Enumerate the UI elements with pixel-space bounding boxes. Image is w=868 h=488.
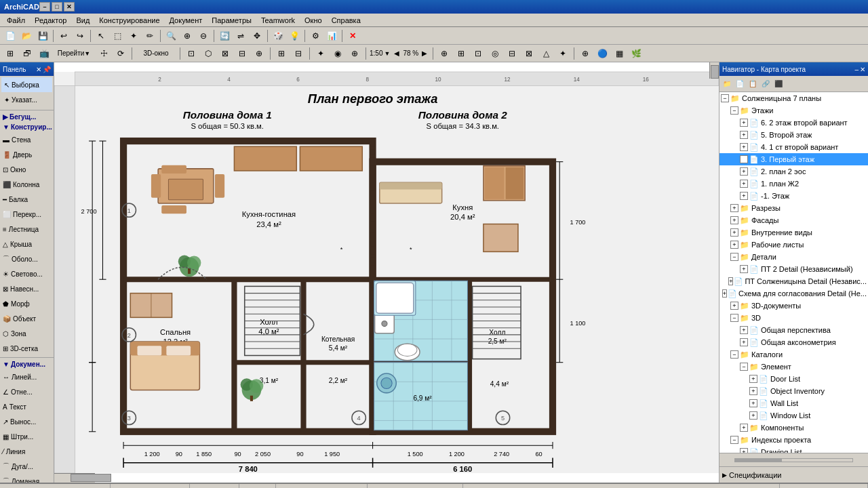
panel-item-leader[interactable]: ↗ Вынос... (0, 414, 54, 429)
tree-expand-btn[interactable]: − (730, 106, 738, 115)
panel-item-stair[interactable]: ≡ Лестница (0, 222, 54, 237)
tb-misc5[interactable]: ⊕ (252, 46, 267, 61)
tree-expand-btn[interactable]: + (740, 167, 748, 176)
panel-item-selection[interactable]: ↖ Выборка (1, 77, 52, 92)
tb2-misc9[interactable]: ⊕ (578, 46, 593, 61)
close-x[interactable]: ✕ (345, 28, 360, 43)
zoom-fit[interactable]: ⊕ (180, 28, 195, 43)
tree-item[interactable]: −📁Каталоги (719, 348, 868, 361)
magic-wand[interactable]: ✦ (126, 28, 141, 43)
marquee-button[interactable]: ⬚ (110, 28, 125, 43)
tree-item[interactable]: −📁Солженицына 7 планы (719, 92, 868, 104)
tree-expand-btn[interactable]: + (740, 131, 748, 139)
tree-expand-btn[interactable]: − (721, 94, 729, 102)
panel-item-arc[interactable]: ⌒ Дуга/... (0, 459, 54, 474)
tb-misc3[interactable]: ⊠ (218, 46, 233, 61)
tb2-misc8[interactable]: ✦ (555, 46, 570, 61)
tree-expand-btn[interactable]: + (740, 338, 748, 346)
settings-button[interactable]: ⚙ (308, 28, 323, 43)
tree-expand-btn[interactable]: + (740, 143, 748, 151)
zoom-out[interactable]: ⊖ (196, 28, 211, 43)
tb2-btn3[interactable]: ⊕ (347, 46, 362, 61)
tree-item[interactable]: +📄Object Inventory (719, 385, 868, 397)
panel-item-line[interactable]: ⁄ Линия (0, 444, 54, 459)
tb2-btn2[interactable]: ◉ (330, 46, 345, 61)
h-scroll-thumb[interactable] (71, 474, 111, 482)
tree-item[interactable]: −📁Элемент (719, 361, 868, 373)
tree-item[interactable]: +📁Внутренние виды (719, 226, 868, 239)
tree-expand-btn[interactable]: + (740, 448, 748, 453)
tb2-btn1[interactable]: ✦ (313, 46, 328, 61)
tree-expand-btn[interactable]: − (730, 350, 738, 359)
tree-expand-btn[interactable]: + (730, 216, 738, 224)
orbit-btn[interactable]: ⟳ (113, 46, 128, 61)
tree-item[interactable]: +📄Window List (719, 409, 868, 422)
tree-expand-btn[interactable]: + (749, 387, 757, 395)
snap-btn[interactable]: ⊞ (274, 46, 289, 61)
tree-expand-btn[interactable]: + (740, 155, 748, 163)
view-btn1[interactable]: ⊞ (3, 46, 18, 61)
panel-item-linear[interactable]: ↔ Линей... (0, 369, 54, 384)
tree-expand-btn[interactable]: + (740, 180, 748, 188)
nav-minimize-btn[interactable]: – (854, 66, 859, 73)
move-button[interactable]: ✥ (250, 28, 264, 43)
nav-scroll-thumb-h[interactable] (735, 459, 782, 462)
nav-scrollbar-h[interactable] (734, 458, 853, 462)
tree-item[interactable]: +📁3D-документы (719, 300, 868, 312)
nav-tb-btn2[interactable]: 📄 (734, 78, 746, 90)
pen-button[interactable]: ✏ (142, 28, 157, 43)
view-btn2[interactable]: 🗗 (20, 46, 35, 61)
new-button[interactable]: 📄 (3, 28, 18, 43)
panel-cat-construct[interactable]: ▼ Конструир... (0, 122, 54, 132)
redo-button[interactable]: ↪ (73, 28, 87, 43)
navigator-tree[interactable]: −📁Солженицына 7 планы−📁Этажи+📄6. 2 этаж … (719, 92, 868, 453)
menu-item-документ[interactable]: Документ (165, 15, 207, 26)
tree-item[interactable]: +📁Компоненты (719, 422, 868, 434)
nav-tb-btn1[interactable]: 📁 (721, 78, 733, 90)
scale-dropdown[interactable]: ▼ (384, 50, 390, 57)
panel-item-floor[interactable]: ⬜ Перекр... (0, 207, 54, 222)
panel-item-wall[interactable]: ▬ Стена (0, 132, 54, 147)
tree-expand-btn[interactable]: + (728, 277, 733, 285)
panel-cat-running[interactable]: ▶ Бегущ... (0, 112, 54, 122)
tb2-misc2[interactable]: ⊞ (454, 46, 469, 61)
tree-item[interactable]: +📄Door List (719, 373, 868, 385)
tree-item[interactable]: −📁Детали (719, 251, 868, 263)
panel-cat-doc[interactable]: ▼ Докумен... (0, 359, 54, 369)
tree-expand-btn[interactable]: + (740, 265, 748, 273)
v-scrollbar[interactable] (709, 62, 719, 79)
tree-item[interactable]: +📁Разрезы (719, 202, 868, 214)
render-button[interactable]: 💡 (287, 28, 302, 43)
tb2-misc11[interactable]: ▦ (612, 46, 627, 61)
pan-btn[interactable]: ☩ (96, 46, 111, 61)
mirror-button[interactable]: ⇌ (233, 28, 248, 43)
tree-expand-btn[interactable]: + (740, 424, 748, 432)
tree-expand-btn[interactable]: + (740, 326, 748, 334)
h-scrollbar[interactable] (54, 473, 95, 483)
grid-btn[interactable]: ⊟ (291, 46, 306, 61)
panel-item-roof[interactable]: △ Крыша (0, 237, 54, 251)
tb2-misc6[interactable]: ⊠ (521, 46, 536, 61)
canvas-area[interactable]: План первого этажа Половина дома 1 S общ… (54, 62, 719, 483)
tb-misc2[interactable]: ⬡ (201, 46, 216, 61)
panel-item-beam[interactable]: ━ Балка (0, 192, 54, 207)
zoom-in[interactable]: 🔍 (163, 28, 178, 43)
tree-item[interactable]: +📄4. 1 ст второй вариант (719, 141, 868, 153)
tree-item[interactable]: +📄5. Второй этаж (719, 129, 868, 141)
tree-item[interactable]: +📄-1. Этаж (719, 190, 868, 202)
tree-expand-btn[interactable]: + (730, 204, 738, 212)
menu-item-окно[interactable]: Окно (300, 15, 326, 26)
tree-expand-btn[interactable]: + (749, 375, 757, 383)
tree-item[interactable]: +📁Фасады (719, 214, 868, 226)
nav-tb-btn5[interactable]: ⬛ (772, 78, 785, 90)
nav-tb-btn3[interactable]: 📋 (747, 78, 759, 90)
tree-expand-btn[interactable]: + (730, 302, 738, 310)
tree-item[interactable]: +📄6. 2 этаж второй вариант (719, 117, 868, 129)
tree-item[interactable]: −📁Индексы проекта (719, 434, 868, 446)
menu-item-конструирование[interactable]: Конструирование (95, 15, 163, 26)
3d-button[interactable]: 🎲 (271, 28, 285, 43)
menu-item-файл[interactable]: Файл (3, 15, 29, 26)
save-button[interactable]: 💾 (35, 28, 50, 43)
tree-item[interactable]: +📄2. план 2 эос (719, 165, 868, 178)
panel-item-zone[interactable]: ⬡ Зона (0, 326, 54, 341)
